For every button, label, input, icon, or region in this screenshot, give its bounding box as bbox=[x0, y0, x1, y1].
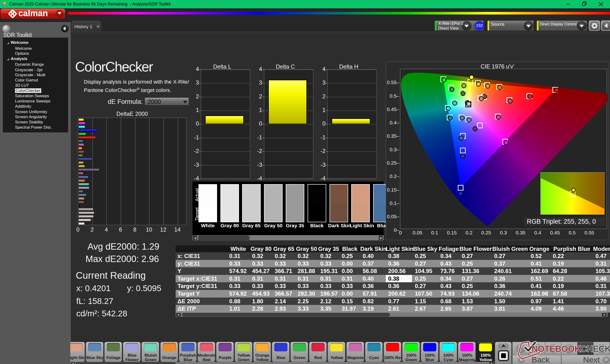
svg-text:NOTEBOOKCHECK: NOTEBOOKCHECK bbox=[532, 344, 610, 354]
